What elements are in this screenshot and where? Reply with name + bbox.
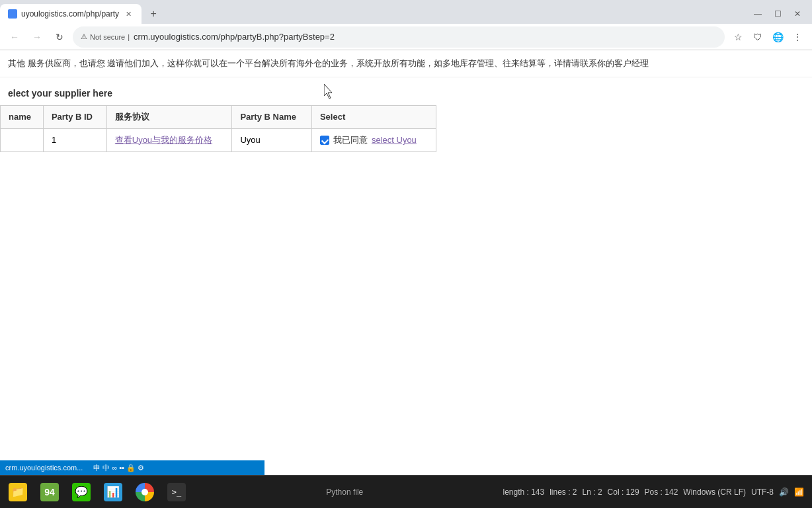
- supplier-table: name Party B ID 服务协议 Party B Name Select…: [0, 105, 436, 152]
- col-header-select: Select: [311, 105, 436, 128]
- tab-favicon: [8, 9, 17, 19]
- taskbar-left: 📁 94 💬 📊 >_: [0, 476, 194, 508]
- reload-button[interactable]: ↻: [50, 28, 69, 46]
- taskbar-item-filemanager[interactable]: 📁: [3, 477, 33, 507]
- cell-service: 查看Uyou与我的服务价格: [106, 128, 232, 151]
- address-actions: ☆ 🛡 🌐 ⋮: [729, 28, 807, 46]
- taskbar-item-chrome[interactable]: [130, 477, 160, 507]
- chrome-icon: [136, 483, 154, 501]
- page-content: 其他 服务供应商，也请您 邀请他们加入，这样你就可以在一个平台解决所有海外仓的业…: [0, 50, 812, 475]
- table-row: 1 查看Uyou与我的服务价格 Uyou 我已同意 select Uyou: [1, 128, 436, 151]
- maximize-button[interactable]: ☐: [768, 5, 787, 23]
- app4-icon: 📊: [104, 483, 122, 501]
- security-indicator: ⚠ Not secure |: [81, 32, 130, 41]
- filemanager-icon: 📁: [9, 483, 27, 501]
- col-header-party-b-name: Party B Name: [232, 105, 312, 128]
- new-tab-button[interactable]: +: [144, 5, 163, 23]
- translate-button[interactable]: 🌐: [768, 28, 787, 46]
- warning-icon: ⚠: [81, 32, 87, 41]
- status-bar: crm.uyoulogistics.com... 申 中 ∞ ▪▪ 🔒 ⚙: [0, 460, 264, 475]
- agree-checkbox[interactable]: [320, 136, 329, 145]
- cell-select: 我已同意 select Uyou: [311, 128, 436, 151]
- app2-icon: 94: [40, 483, 59, 501]
- menu-button[interactable]: ⋮: [788, 28, 807, 46]
- browser-tab[interactable]: uyoulogistics.com/php/party ✕: [0, 4, 142, 24]
- tab-title: uyoulogistics.com/php/party: [21, 9, 119, 19]
- address-input-wrap[interactable]: ⚠ Not secure | crm.uyoulogistics.com/php…: [73, 26, 725, 48]
- cell-party-b-id: 1: [43, 128, 106, 151]
- col-header-service: 服务协议: [106, 105, 232, 128]
- cell-name: [1, 128, 44, 151]
- tab-bar: uyoulogistics.com/php/party ✕ + — ☐ ✕: [0, 0, 812, 24]
- taskbar-item-wechat[interactable]: 💬: [66, 477, 97, 507]
- status-ln: Ln : 2: [583, 487, 602, 497]
- separator: |: [128, 33, 130, 41]
- file-label: Python file: [326, 487, 363, 497]
- url-display[interactable]: crm.uyoulogistics.com/php/partyB.php?par…: [134, 32, 717, 42]
- wechat-icon: 💬: [72, 483, 91, 501]
- address-bar: ← → ↻ ⚠ Not secure | crm.uyoulogistics.c…: [0, 24, 812, 50]
- terminal-icon: >_: [167, 483, 186, 501]
- minimize-button[interactable]: —: [749, 5, 767, 23]
- security-label: Not secure: [90, 33, 125, 41]
- status-icons: 申 中 ∞ ▪▪ 🔒 ⚙: [93, 463, 144, 473]
- select-uyou-link[interactable]: select Uyou: [372, 135, 417, 145]
- select-cell: 我已同意 select Uyou: [320, 134, 428, 146]
- status-encoding: Windows (CR LF): [683, 487, 746, 497]
- taskbar-item-app4[interactable]: 📊: [98, 477, 128, 507]
- extension-button[interactable]: 🛡: [749, 28, 767, 46]
- forward-button[interactable]: →: [28, 28, 46, 46]
- taskbar-mid: Python file: [194, 487, 495, 497]
- browser-chrome: uyoulogistics.com/php/party ✕ + — ☐ ✕ ← …: [0, 0, 812, 50]
- status-length: length : 143: [503, 487, 544, 497]
- battery-icon: 📶: [794, 487, 804, 497]
- cell-party-b-name: Uyou: [232, 128, 312, 151]
- taskbar: 📁 94 💬 📊 >_ Python file length : 143 lin…: [0, 475, 812, 508]
- status-url: crm.uyoulogistics.com...: [5, 464, 83, 472]
- back-button[interactable]: ←: [5, 28, 24, 46]
- banner-text: 其他 服务供应商，也请您 邀请他们加入，这样你就可以在一个平台解决所有海外仓的业…: [0, 50, 812, 77]
- tab-close-button[interactable]: ✕: [123, 9, 134, 19]
- status-pos: Pos : 142: [645, 487, 678, 497]
- status-col: Col : 129: [608, 487, 639, 497]
- taskbar-right: length : 143 lines : 2 Ln : 2 Col : 129 …: [495, 487, 812, 497]
- speaker-icon: 🔊: [779, 487, 789, 497]
- bookmark-button[interactable]: ☆: [729, 28, 747, 46]
- agree-text: 我已同意: [333, 134, 368, 146]
- status-lines: lines : 2: [549, 487, 577, 497]
- col-header-party-b-id: Party B ID: [43, 105, 106, 128]
- status-charset: UTF-8: [751, 487, 774, 497]
- col-header-name: name: [1, 105, 44, 128]
- service-price-link[interactable]: 查看Uyou与我的服务价格: [115, 135, 212, 145]
- taskbar-item-app2[interactable]: 94: [34, 477, 65, 507]
- window-controls: — ☐ ✕: [749, 5, 812, 23]
- close-window-button[interactable]: ✕: [788, 5, 807, 23]
- section-title: elect your supplier here: [8, 88, 804, 99]
- taskbar-item-terminal[interactable]: >_: [161, 477, 192, 507]
